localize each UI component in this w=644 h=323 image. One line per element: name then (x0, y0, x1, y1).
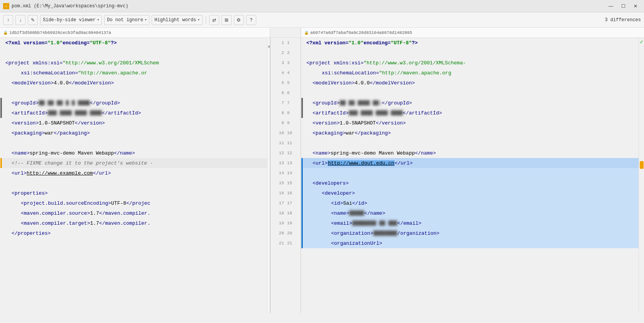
sync-scroll-button[interactable]: ⇄ (209, 15, 219, 25)
left-line-12: <name>spring-mvc-demo Maven Webapp</name… (2, 148, 267, 158)
title-bar-left: ☕ pom.xml (E:\My_Java\workspaces\spring-… (3, 3, 128, 9)
viewer-mode-dropdown[interactable]: Side-by-side viewer ▾ (40, 15, 102, 25)
left-ln-6: 6 (270, 88, 286, 98)
right-line-numbers: 1 2 3 4 5 6 7 8 9 10 11 12 13 14 15 16 1… (286, 38, 301, 313)
left-line-16: <properties> (2, 188, 267, 198)
settings-button[interactable]: ⚙ (234, 15, 244, 25)
right-ln-5: 5 (286, 78, 301, 88)
prev-diff-button[interactable]: ↑ (3, 15, 13, 25)
viewer-mode-arrow: ▾ (97, 18, 99, 22)
hash-bar: 🔒 1db2f3d500bb74b69926cecb3fad9ac9940413… (0, 28, 644, 38)
check-mark-icon: ✓ (640, 39, 643, 45)
right-ln-21: 21 (286, 238, 301, 248)
right-ln-6: 6 (286, 88, 301, 98)
left-ln-14: 14 (270, 168, 286, 178)
left-line-1: <?xml version="1.0" encoding="UTF-8"?> (2, 38, 267, 48)
left-ln-15: 15 (270, 178, 286, 188)
right-ln-9: 9 (286, 118, 301, 128)
right-ln-18: 18 (286, 208, 301, 218)
right-ln-10: 10 (286, 128, 301, 138)
app-icon: ☕ (3, 3, 9, 9)
right-ln-12: 12 (286, 148, 301, 158)
left-line-21 (2, 238, 267, 248)
window-title: pom.xml (E:\My_Java\workspaces\spring-mv… (12, 3, 128, 9)
left-line-19: <maven.compiler.target>1.7</maven.compil… (2, 218, 267, 228)
left-ln-4: 4 (270, 68, 286, 78)
right-line-4: xsi:schemaLocation="http://maven.apache.… (303, 68, 639, 78)
right-ln-1: 1 (286, 38, 301, 48)
left-hash-value: 1db2f3d500bb74b69926cecb3fad9ac99404137a (9, 30, 111, 35)
right-line-19: <email>████████ ██ ███</email> (303, 218, 639, 228)
right-ln-4: 4 (286, 68, 301, 78)
left-line-15 (2, 178, 267, 188)
highlight-words-dropdown[interactable]: Highlight words ▾ (152, 15, 202, 25)
right-line-5: <modelVersion>4.0.0</modelVersion> (303, 78, 639, 88)
right-diff-pane: <?xml version="1.0" encoding="UTF-8"?> <… (301, 38, 644, 313)
window-controls: — ☐ ✕ (605, 2, 641, 10)
center-gutter: 1 2 3 4 5 6 7 8 9 10 11 12 13 14 15 16 1… (270, 38, 301, 313)
left-hash: 🔒 1db2f3d500bb74b69926cecb3fad9ac9940413… (0, 28, 270, 37)
highlight-words-arrow: ▾ (198, 18, 199, 22)
right-ln-11: 11 (286, 138, 301, 148)
left-line-9: <version>1.0-SNAPSHOT</version> (2, 118, 267, 128)
help-button[interactable]: ? (246, 15, 256, 25)
right-line-3: <project xmlns:xsi="http://www.w3.org/20… (303, 58, 639, 68)
next-diff-button[interactable]: ↓ (15, 15, 25, 25)
left-line-13: <!-- FIXME change it to the project's we… (2, 158, 267, 168)
right-ln-14: 14 (286, 168, 301, 178)
close-button[interactable]: ✕ (630, 2, 641, 10)
right-lock-icon: 🔒 (304, 30, 309, 35)
left-ln-13: 13 (270, 158, 286, 168)
left-line-3: <project xmlns:xsi="http://www.w3.org/20… (2, 58, 267, 68)
right-line-11 (303, 138, 639, 148)
left-line-11 (2, 138, 267, 148)
left-code-content[interactable]: <?xml version="1.0" encoding="UTF-8"?> <… (2, 38, 267, 313)
right-ln-2: 2 (286, 48, 301, 58)
minimize-button[interactable]: — (605, 2, 616, 10)
right-ln-8: 8 (286, 108, 301, 118)
right-scrollbar[interactable]: ✓ (639, 38, 644, 313)
left-lock-icon: 🔒 (3, 30, 8, 35)
right-line-13: <url>http://www.dgut.edu.cn</url> (303, 158, 639, 168)
right-line-6 (303, 88, 639, 98)
left-ln-3: 3 (270, 58, 286, 68)
edit-button[interactable]: ✎ (28, 15, 38, 25)
right-ln-7: 7 (286, 98, 301, 108)
right-line-15: <developers> (303, 178, 639, 188)
right-line-7: <groupId>██ ██ ████ ██i</groupId> (303, 98, 639, 108)
left-line-18: <maven.compiler.source>1.7</maven.compil… (2, 208, 267, 218)
left-line-14: <url>http://www.example.com</url> (2, 168, 267, 178)
right-ln-20: 20 (286, 228, 301, 238)
right-line-17: <id>Sai</id> (303, 198, 639, 208)
columns-button[interactable]: ⊞ (221, 15, 232, 25)
right-ln-15: 15 (286, 178, 301, 188)
right-code-content[interactable]: <?xml version="1.0" encoding="UTF-8"?> <… (303, 38, 639, 313)
ignore-mode-dropdown[interactable]: Do not ignore ▾ (104, 15, 149, 25)
right-line-18: <name>█████</name> (303, 208, 639, 218)
left-ln-19: 19 (270, 218, 286, 228)
right-line-2 (303, 48, 639, 58)
left-scrollbar[interactable] (267, 38, 270, 313)
left-ln-16: 16 (270, 188, 286, 198)
left-ln-9: 9 (270, 118, 286, 128)
left-line-8: <artifactId>███ ████ ████ ████</artifact… (2, 108, 267, 118)
right-line-12: <name>spring-mvc-demo Maven Webapp</name… (303, 148, 639, 158)
right-ln-13: 13 (286, 158, 301, 168)
maximize-button[interactable]: ☐ (618, 2, 629, 10)
left-ln-2: 2 (270, 48, 286, 58)
right-hash: 🔒 a60747a6df7abaf9a9c26d83164a8678d14820… (301, 28, 644, 37)
left-ln-17: 17 (270, 198, 286, 208)
toolbar: ↑ ↓ ✎ Side-by-side viewer ▾ Do not ignor… (0, 12, 644, 28)
left-line-5: <modelVersion>4.0.0</modelVersion> (2, 78, 267, 88)
diff-scroll-marker (640, 161, 644, 169)
left-line-20: </properties> (2, 228, 267, 238)
right-line-14 (303, 168, 639, 178)
left-ln-8: 8 (270, 108, 286, 118)
ignore-mode-label: Do not ignore (107, 17, 143, 23)
right-ln-16: 16 (286, 188, 301, 198)
right-line-8: <artifactId>███ ████ ████ ████</artifact… (303, 108, 639, 118)
left-line-4: xsi:schemaLocation="http://maven.apache.… (2, 68, 267, 78)
left-ln-21: 21 (270, 238, 286, 248)
left-ln-10: 10 (270, 128, 286, 138)
left-line-6 (2, 88, 267, 98)
